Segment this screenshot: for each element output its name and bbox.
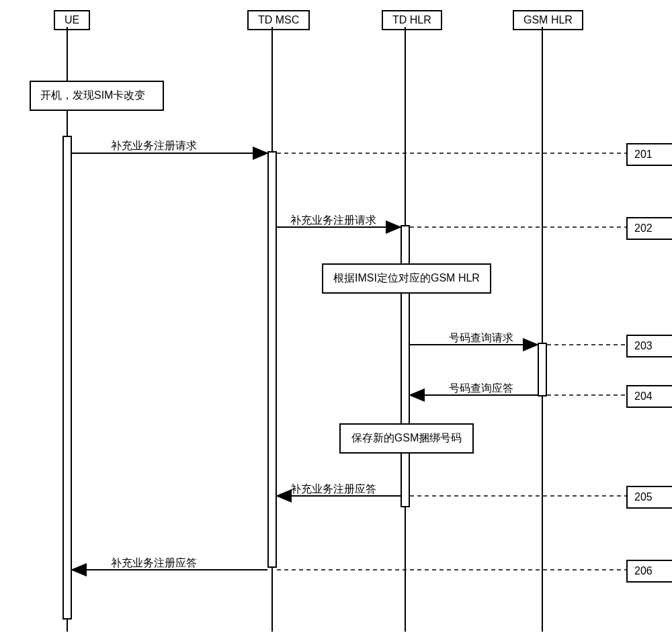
lifeline-gsm-hlr xyxy=(542,27,543,632)
box-locate-gsm-hlr: 根据IMSI定位对应的GSM HLR xyxy=(322,263,491,294)
participant-ue: UE xyxy=(54,10,90,30)
label-m5: 补充业务注册应答 xyxy=(290,482,376,497)
label-m3: 号码查询请求 xyxy=(449,331,513,345)
step-206: 206 xyxy=(626,560,672,583)
step-203: 203 xyxy=(626,335,672,357)
step-201: 201 xyxy=(626,143,672,166)
activation-ue xyxy=(62,136,72,620)
participant-gsm-hlr: GSM HLR xyxy=(513,10,583,30)
participant-td-hlr: TD HLR xyxy=(382,10,442,30)
participant-td-msc: TD MSC xyxy=(247,10,310,30)
step-204: 204 xyxy=(626,385,672,408)
activation-gsm-hlr xyxy=(538,343,547,396)
step-202: 202 xyxy=(626,217,672,240)
label-m2: 补充业务注册请求 xyxy=(290,214,376,228)
box-locate-text: 根据IMSI定位对应的GSM HLR xyxy=(333,272,480,284)
box-sim-change-text: 开机，发现SIM卡改变 xyxy=(40,89,145,101)
step-205: 205 xyxy=(626,486,672,509)
box-sim-change: 开机，发现SIM卡改变 xyxy=(30,81,164,111)
label-m6: 补充业务注册应答 xyxy=(111,556,197,570)
label-m1: 补充业务注册请求 xyxy=(111,139,197,153)
box-save-number: 保存新的GSM捆绑号码 xyxy=(339,423,474,454)
activation-td-msc xyxy=(267,151,277,568)
label-m4: 号码查询应答 xyxy=(449,382,513,396)
box-save-text: 保存新的GSM捆绑号码 xyxy=(351,432,462,443)
